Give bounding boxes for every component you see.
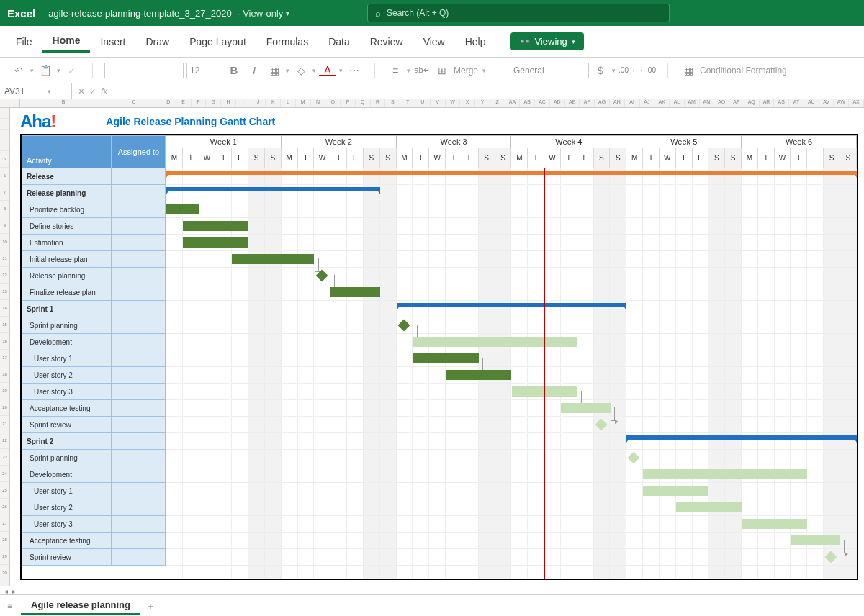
- task-activity[interactable]: User story 1: [22, 483, 112, 499]
- font-size-select[interactable]: [186, 63, 212, 78]
- merge-label[interactable]: Merge: [454, 65, 478, 76]
- task-activity[interactable]: Acceptance testing: [22, 400, 112, 417]
- chevron-down-icon[interactable]: ▾: [286, 9, 289, 17]
- task-activity[interactable]: User story 3: [22, 516, 112, 533]
- gantt-bar[interactable]: [166, 171, 857, 175]
- gantt-milestone[interactable]: [825, 551, 837, 563]
- task-assigned[interactable]: [112, 251, 166, 268]
- add-sheet-icon[interactable]: +: [148, 600, 153, 612]
- task-assigned[interactable]: [112, 417, 166, 433]
- bold-icon[interactable]: B: [225, 62, 243, 79]
- task-activity[interactable]: Release: [22, 168, 112, 185]
- task-assigned[interactable]: [112, 533, 166, 549]
- task-activity[interactable]: Acceptance testing: [22, 533, 112, 549]
- task-activity[interactable]: Development: [22, 334, 112, 350]
- all-sheets-icon[interactable]: ≡: [7, 601, 12, 611]
- task-assigned[interactable]: [112, 367, 166, 384]
- gantt-milestone[interactable]: [595, 419, 607, 431]
- task-assigned[interactable]: [112, 466, 166, 483]
- task-activity[interactable]: User story 1: [22, 350, 112, 367]
- task-assigned[interactable]: [112, 549, 166, 566]
- gantt-bar[interactable]: [413, 353, 479, 363]
- task-assigned[interactable]: [112, 235, 166, 251]
- fill-color-icon[interactable]: ◇: [292, 62, 310, 79]
- gantt-bar[interactable]: [643, 469, 807, 479]
- viewing-button[interactable]: 👓 Viewing ▾: [510, 32, 584, 50]
- conditional-formatting-label[interactable]: Conditional Formatting: [700, 65, 787, 76]
- gantt-milestone[interactable]: [628, 452, 640, 464]
- task-assigned[interactable]: [112, 350, 166, 367]
- gantt-bar[interactable]: [166, 187, 380, 191]
- gantt-bar[interactable]: [397, 303, 627, 307]
- task-activity[interactable]: User story 3: [22, 384, 112, 400]
- file-name[interactable]: agile-release-planning-template_3_27_202…: [48, 8, 231, 19]
- task-assigned[interactable]: [112, 185, 166, 201]
- task-activity[interactable]: Finalize release plan: [22, 284, 112, 301]
- task-assigned[interactable]: [112, 301, 166, 317]
- gantt-bar[interactable]: [561, 403, 611, 413]
- task-assigned[interactable]: [112, 384, 166, 400]
- gantt-bar[interactable]: [446, 370, 511, 380]
- task-assigned[interactable]: [112, 433, 166, 450]
- gantt-bar[interactable]: [676, 502, 742, 512]
- task-activity[interactable]: Release planning: [22, 268, 112, 284]
- task-assigned[interactable]: [112, 400, 166, 417]
- name-box[interactable]: ▾: [0, 83, 72, 99]
- decrease-decimal-icon[interactable]: .00→: [618, 62, 636, 79]
- gantt-milestone[interactable]: [397, 320, 410, 332]
- menu-page-layout[interactable]: Page Layout: [179, 32, 256, 52]
- font-name-select[interactable]: [104, 63, 184, 78]
- task-activity[interactable]: Development: [22, 466, 112, 483]
- merge-icon[interactable]: ⊞: [433, 62, 451, 79]
- task-assigned[interactable]: [112, 268, 166, 284]
- task-activity[interactable]: Release planning: [22, 185, 112, 201]
- fx-icon[interactable]: fx: [101, 86, 107, 96]
- task-activity[interactable]: Sprint review: [22, 549, 112, 566]
- gantt-bar[interactable]: [183, 237, 248, 248]
- gantt-bar[interactable]: [413, 337, 577, 347]
- font-color-icon[interactable]: A: [319, 65, 336, 76]
- menu-insert[interactable]: Insert: [90, 32, 135, 52]
- gantt-bar[interactable]: [742, 519, 807, 529]
- task-assigned[interactable]: [112, 499, 166, 516]
- gantt-bar[interactable]: [232, 254, 314, 264]
- task-assigned[interactable]: [112, 334, 166, 350]
- borders-icon[interactable]: ▦: [266, 62, 283, 79]
- task-activity[interactable]: Sprint review: [22, 417, 112, 433]
- task-activity[interactable]: Sprint 2: [22, 433, 112, 450]
- search-box[interactable]: ⌕ Search (Alt + Q): [367, 4, 670, 22]
- column-headers[interactable]: BCDEFGHIJKLMNOPQRSTUVWXYZAAABACADAEAFAGA…: [0, 99, 864, 108]
- currency-icon[interactable]: $: [592, 62, 609, 79]
- number-format-select[interactable]: [510, 63, 589, 78]
- task-activity[interactable]: Sprint planning: [22, 317, 112, 334]
- gantt-bar[interactable]: [643, 486, 708, 496]
- task-activity[interactable]: Initial release plan: [22, 251, 112, 268]
- task-assigned[interactable]: [112, 317, 166, 334]
- undo-icon[interactable]: ↶: [10, 62, 27, 79]
- gantt-bar[interactable]: [791, 535, 841, 545]
- task-activity[interactable]: User story 2: [22, 499, 112, 516]
- cancel-icon[interactable]: ✕: [78, 86, 85, 96]
- menu-home[interactable]: Home: [42, 30, 91, 53]
- task-assigned[interactable]: [112, 483, 166, 499]
- format-painter-icon[interactable]: ✓: [63, 62, 81, 79]
- task-assigned[interactable]: [112, 284, 166, 301]
- task-activity[interactable]: Define stories: [22, 218, 112, 235]
- confirm-icon[interactable]: ✓: [89, 86, 96, 96]
- task-activity[interactable]: Sprint 1: [22, 301, 112, 317]
- menu-help[interactable]: Help: [455, 32, 496, 52]
- task-assigned[interactable]: [112, 218, 166, 235]
- align-icon[interactable]: ≡: [387, 62, 404, 79]
- menu-review[interactable]: Review: [360, 32, 413, 52]
- menu-formulas[interactable]: Formulas: [256, 32, 318, 52]
- gantt-bar[interactable]: [626, 435, 857, 440]
- gantt-bar[interactable]: [330, 287, 380, 297]
- clipboard-icon[interactable]: 📋: [37, 62, 54, 79]
- menu-view[interactable]: View: [413, 32, 455, 52]
- conditional-fmt-icon[interactable]: ▦: [680, 62, 697, 79]
- menu-file[interactable]: File: [6, 32, 42, 52]
- increase-decimal-icon[interactable]: ←.00: [639, 62, 656, 79]
- task-assigned[interactable]: [112, 516, 166, 533]
- menu-draw[interactable]: Draw: [135, 32, 179, 52]
- italic-icon[interactable]: I: [246, 62, 263, 79]
